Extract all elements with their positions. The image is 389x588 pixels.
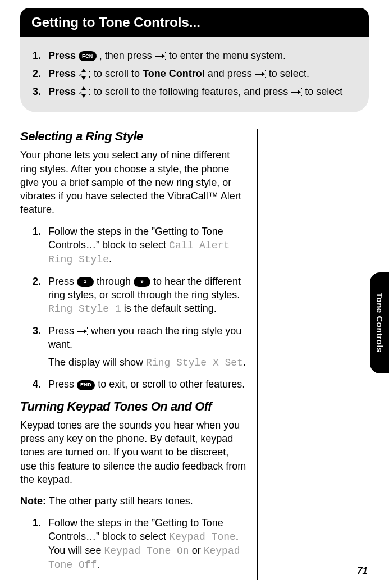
text: to select [305,86,342,97]
text: to select. [269,68,309,79]
note-label: Note: [20,495,46,507]
scroll-updown-icon: or [79,69,91,80]
section-heading-ring-style: Selecting a Ring Style [20,129,247,144]
text: Press [48,325,77,336]
list-item: 1. Follow the steps in the ”Getting to T… [33,225,247,267]
section-intro: Your phone lets you select any of nine d… [20,148,247,216]
list-item: 2. Press 1 through 9 to hear the differe… [33,275,247,316]
step-number: 2. [33,66,48,81]
text: is the default setting. [124,303,217,314]
select-arrow-icon [255,69,266,79]
column-divider [257,129,258,580]
intro-steps-box: 1. Press FCN , then press to enter the m… [20,37,369,112]
note-text: The other party still hears tones. [46,495,193,507]
text: . [97,559,99,570]
key-1-icon: 1 [77,277,94,287]
select-arrow-icon [291,87,302,97]
text: to scroll to [94,68,143,79]
page-title: Getting to Tone Controls... [20,8,369,37]
scroll-updown-icon: or [79,86,91,98]
end-key-icon: END [77,380,95,390]
side-tab: Tone Controls [370,272,389,373]
list-item: 1. Follow the steps in the ”Getting to T… [33,516,247,572]
step-number: 4. [33,377,48,391]
page-number: 71 [357,566,368,577]
lcd-text: Ring Style 1 [48,303,121,314]
text: to exit, or scroll to other features. [98,379,245,390]
lcd-text: Ring Style X Set [146,357,243,368]
tone-control-text: Tone Control [143,68,205,79]
text: , then press [99,50,155,61]
step-number: 1. [33,516,48,572]
text: Press [48,379,77,390]
press-label: Press [48,68,79,79]
note-line: Note: The other party still hears tones. [20,494,247,508]
lcd-text: Keypad Tone [169,531,236,543]
list-item: 3. Press when you reach the ring style y… [33,324,247,370]
select-arrow-icon [155,51,166,61]
text: to scroll to the following features, and… [94,86,291,97]
text: or [192,545,204,556]
step-number: 2. [33,275,48,316]
text: and press [208,68,255,79]
list-item: 4. Press END to exit, or scroll to other… [33,377,247,391]
intro-step-2: 2. Press or to scroll to Tone Control an… [33,66,356,81]
step-number: 3. [33,324,48,370]
text: to enter the menu system. [169,50,286,61]
step-number: 1. [33,48,48,63]
fcn-key-icon: FCN [79,51,97,61]
lcd-text: Keypad Tone On [104,545,189,557]
key-9-icon: 9 [134,277,150,287]
section-intro: Keypad tones are the sounds you hear whe… [20,418,247,486]
press-label: Press [48,86,79,97]
text: . [109,253,112,265]
text: The display will show [48,357,146,368]
section-heading-keypad-tones: Turning Keypad Tones On and Off [20,399,247,414]
select-arrow-icon [77,326,88,336]
text: through [97,276,134,287]
side-tab-label: Tone Controls [375,293,385,353]
text: . [243,357,246,368]
intro-step-3: 3. Press or to scroll to the following f… [33,84,356,99]
intro-step-1: 1. Press FCN , then press to enter the m… [33,48,356,63]
text: Press [48,276,77,287]
step-number: 1. [33,225,48,267]
press-label: Press [48,50,79,61]
step-number: 3. [33,84,48,99]
